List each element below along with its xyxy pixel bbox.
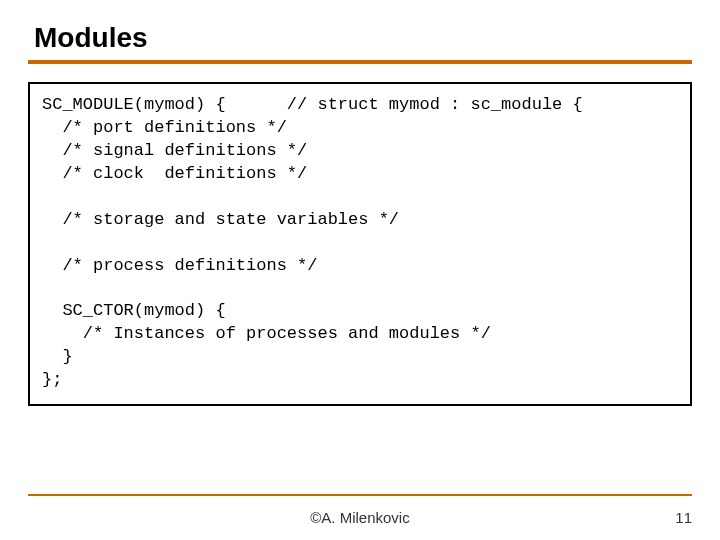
code-line: /* clock definitions */: [42, 164, 307, 183]
code-line: /* Instances of processes and modules */: [42, 324, 491, 343]
slide: Modules SC_MODULE(mymod) { // struct mym…: [0, 0, 720, 540]
code-line: /* storage and state variables */: [42, 210, 399, 229]
footer-author: ©A. Milenkovic: [0, 509, 720, 526]
footer-divider: [28, 494, 692, 496]
slide-title: Modules: [28, 22, 692, 54]
title-underline: [28, 60, 692, 64]
code-line: /* process definitions */: [42, 256, 317, 275]
code-line: /* signal definitions */: [42, 141, 307, 160]
code-box: SC_MODULE(mymod) { // struct mymod : sc_…: [28, 82, 692, 406]
footer-page-number: 11: [675, 509, 692, 526]
code-line: SC_CTOR(mymod) {: [42, 301, 226, 320]
code-line: SC_MODULE(mymod) { // struct mymod : sc_…: [42, 95, 583, 114]
code-line: }: [42, 347, 73, 366]
code-line: };: [42, 370, 62, 389]
code-line: /* port definitions */: [42, 118, 287, 137]
